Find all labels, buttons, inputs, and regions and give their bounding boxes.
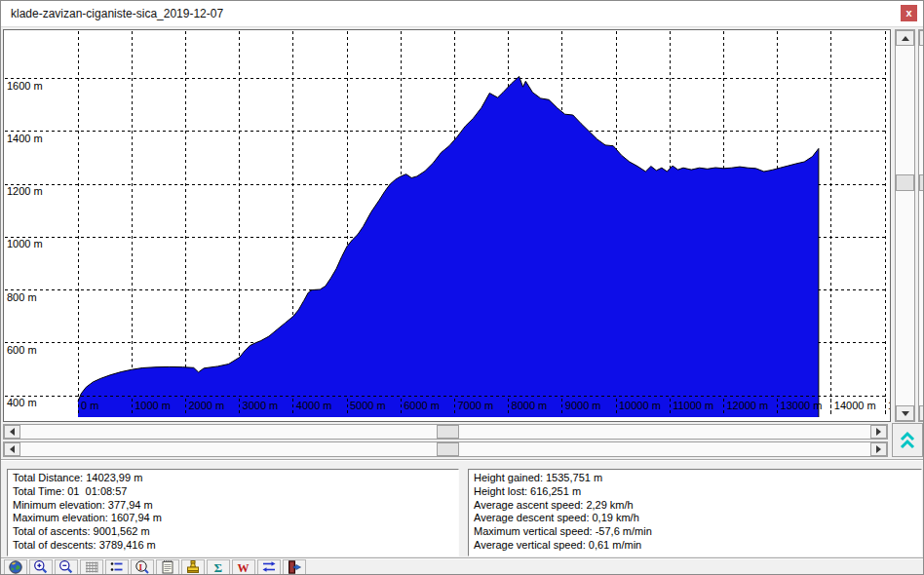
stat-avg-descent-speed: Average descent speed: 0,19 km/h [474,512,916,525]
vertical-scrollbar-1-thumb[interactable] [896,174,914,191]
exit-icon [287,559,302,575]
divider [1,459,923,461]
svg-text:W: W [238,561,250,575]
triangle-up-icon [902,36,909,41]
toolbar-button-globe[interactable] [4,559,27,575]
scroll-right-button-2[interactable] [870,442,887,456]
vertical-scrollbar-1[interactable] [895,29,915,422]
stat-max-elevation: Maximum elevation: 1607,94 m [13,512,453,525]
elevation-chart-panel[interactable]: 1600 m1400 m1200 m1000 m800 m600 m400 m0… [3,29,891,422]
svg-text:Σ: Σ [214,560,223,575]
scroll-up-button-2[interactable] [919,30,924,46]
x-axis-tick-label: 10000 m [619,400,661,411]
triangle-right-icon [876,445,881,453]
y-axis-tick-label: 600 m [7,344,37,356]
double-chevron-up-icon [898,430,917,451]
horizontal-scrollbar-2-thumb[interactable] [437,442,459,456]
word-export-icon: W [236,559,251,575]
stamp-icon [185,559,201,575]
waypoint-labels-icon [109,559,125,575]
toolbar-button-waypoint-labels[interactable] [105,559,129,575]
triangle-down-icon [902,411,909,416]
stat-height-lost: Height lost: 616,251 m [474,485,916,499]
vertical-scrollbar-2[interactable] [918,29,924,422]
stat-avg-vertical-speed: Average vertical speed: 0,61 m/min [474,539,916,553]
x-axis-tick-label: 6000 m [404,400,440,411]
x-axis-tick-label: 9000 m [565,400,601,411]
stat-total-descents: Total of descents: 3789,416 m [13,539,453,553]
swap-arrows-icon [261,559,277,575]
stat-height-gained: Height gained: 1535,751 m [474,472,916,485]
toolbar-button-sum[interactable]: Σ [207,559,230,575]
find-text-icon: I [135,559,150,575]
stat-total-ascents: Total of ascents: 9001,562 m [13,525,453,539]
scroll-down-button-2[interactable] [919,405,924,421]
toolbar-button-find-text[interactable]: I [131,559,154,575]
track-stats-panel-right: Height gained: 1535,751 m Height lost: 6… [468,469,922,556]
toolbar-button-notes[interactable] [156,559,179,575]
x-axis-tick-label: 7000 m [457,400,493,411]
y-axis-tick-label: 1000 m [7,238,43,249]
horizontal-scrollbar-1-thumb[interactable] [437,425,459,439]
toolbar-button-swap-arrows[interactable] [257,559,281,575]
stat-avg-ascent-speed: Average ascent speed: 2,29 km/h [474,499,916,513]
horizontal-scrollbar-1[interactable] [3,424,888,440]
toolbar-button-exit[interactable] [283,559,306,575]
x-axis-tick-label: 15000 m [888,400,890,411]
close-button[interactable]: x [901,5,917,21]
toolbar: IΣW [4,559,306,575]
stat-min-elevation: Minimum elevation: 377,94 m [13,499,453,513]
sum-icon: Σ [211,559,226,575]
y-axis-tick-label: 1200 m [7,185,43,197]
scroll-up-button-1[interactable] [896,30,914,46]
close-icon: x [905,8,911,19]
stat-total-time: Total Time: 01 01:08:57 [13,485,453,499]
triangle-left-icon [10,428,15,436]
toolbar-button-stamp[interactable] [181,559,205,575]
scroll-down-button-1[interactable] [896,405,914,421]
window-title: klade-zavizan-ciganiste-sica_2019-12-07 [11,7,223,20]
triangle-right-icon [876,428,881,436]
zoom-in-icon [33,559,49,575]
stat-total-distance: Total Distance: 14023,99 m [13,472,453,485]
x-axis-tick-label: 13000 m [781,400,823,411]
horizontal-scrollbar-2[interactable] [3,441,888,457]
notes-icon [160,559,175,575]
x-axis-tick-label: 14000 m [834,400,876,411]
x-axis-tick-label: 5000 m [350,400,386,411]
toolbar-button-zoom-in[interactable] [29,559,53,575]
scroll-right-button-1[interactable] [870,425,887,439]
y-axis-tick-label: 1600 m [7,80,43,92]
y-axis-tick-label: 400 m [7,397,37,408]
x-axis-tick-label: 4000 m [296,400,332,411]
collapse-panel-button[interactable] [892,423,923,457]
x-axis-tick-label: 3000 m [243,400,279,411]
scroll-left-button-2[interactable] [4,442,20,456]
triangle-left-icon [10,445,15,453]
stat-max-vertical-speed: Maximum vertical speed: -57,6 m/min [474,525,916,539]
vertical-scrollbar-2-thumb[interactable] [919,174,924,191]
x-axis-tick-label: 12000 m [726,400,768,411]
elevation-profile-window: klade-zavizan-ciganiste-sica_2019-12-07 … [0,0,924,575]
track-stats-panel-left: Total Distance: 14023,99 m Total Time: 0… [7,469,459,556]
x-axis-tick-label: 1000 m [135,400,171,411]
toolbar-button-zoom-out[interactable] [55,559,78,575]
grid-icon [84,559,99,575]
x-axis-tick-label: 8000 m [512,400,548,411]
scroll-left-button-1[interactable] [4,425,20,439]
title-bar: klade-zavizan-ciganiste-sica_2019-12-07 … [1,1,923,27]
toolbar-button-word-export[interactable]: W [232,559,255,575]
y-axis-tick-label: 1400 m [7,133,43,144]
x-axis-tick-label: 0 m [81,400,98,411]
toolbar-button-grid[interactable] [80,559,103,575]
elevation-area [78,76,819,417]
x-axis-tick-label: 11000 m [673,400,713,411]
svg-text:I: I [139,562,143,572]
zoom-out-icon [58,559,74,575]
globe-icon [8,559,23,575]
y-axis-tick-label: 800 m [7,291,37,303]
elevation-chart: 1600 m1400 m1200 m1000 m800 m600 m400 m0… [4,30,890,421]
x-axis-tick-label: 2000 m [188,400,224,411]
